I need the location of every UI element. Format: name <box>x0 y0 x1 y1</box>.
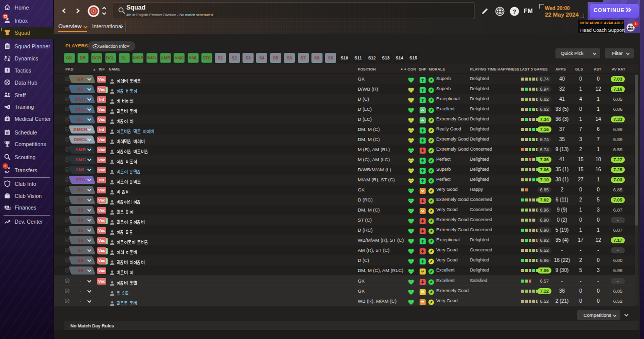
svg-text:?: ? <box>513 9 516 15</box>
